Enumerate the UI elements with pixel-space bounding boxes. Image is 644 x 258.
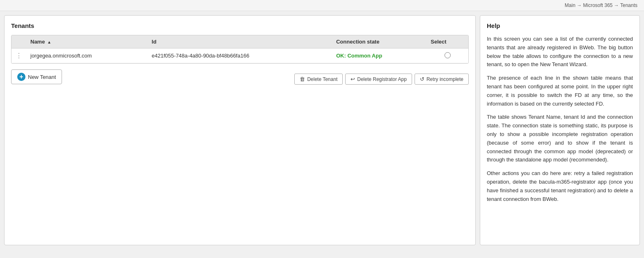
sort-arrow-icon: ▲ (47, 40, 51, 44)
breadcrumb: Main → Microsoft 365 → Tenants (565, 2, 637, 8)
retry-incomplete-button[interactable]: ↺ Retry incomplete (415, 74, 469, 85)
col-connection-state: Connection state (332, 35, 426, 48)
help-title: Help (487, 22, 633, 29)
select-cell[interactable] (426, 48, 468, 63)
connection-state: OK: Common App (332, 48, 426, 63)
table-row: ⋮jorgegea.onmicrosoft.come421f055-748a-4… (11, 48, 468, 63)
delete-tenant-button[interactable]: 🗑 Delete Tenant (294, 74, 343, 85)
delete-registrator-button[interactable]: ↩ Delete Registrator App (345, 74, 412, 85)
help-paragraph: Other actions you can do here are: retry… (487, 169, 633, 203)
plus-icon: + (17, 73, 25, 81)
breadcrumb-bar: Main → Microsoft 365 → Tenants (0, 0, 644, 11)
new-tenant-button[interactable]: + New Tenant (11, 69, 62, 84)
drag-handle[interactable]: ⋮ (11, 48, 26, 63)
right-panel: Help In this screen you can see a list o… (480, 15, 640, 245)
col-id: Id (148, 35, 332, 48)
help-content: In this screen you can see a list of the… (487, 35, 633, 203)
left-panel: Tenants Name ▲ Id Connection stat (4, 15, 476, 245)
help-paragraph: The presence of each line in the shown t… (487, 74, 633, 108)
tenants-title: Tenants (11, 22, 469, 29)
trash-icon: 🗑 (300, 76, 305, 82)
help-paragraph: The table shows Tenant Name, tenant Id a… (487, 113, 633, 164)
help-paragraph: In this screen you can see a list of the… (487, 35, 633, 69)
drag-handle-icon: ⋮ (16, 52, 22, 59)
col-drag (11, 35, 26, 48)
select-radio[interactable] (445, 52, 451, 58)
col-select: Select (426, 35, 468, 48)
col-name: Name ▲ (26, 35, 148, 48)
retry-icon: ↺ (420, 76, 424, 82)
tenants-table: Name ▲ Id Connection state Select (11, 35, 468, 63)
tenant-name: jorgegea.onmicrosoft.com (26, 48, 148, 63)
tenant-id: e421f055-748a-4a80-90da-bf48b66fa166 (148, 48, 332, 63)
table-container: Name ▲ Id Connection state Select (11, 35, 469, 64)
delete-app-icon: ↩ (351, 76, 355, 82)
